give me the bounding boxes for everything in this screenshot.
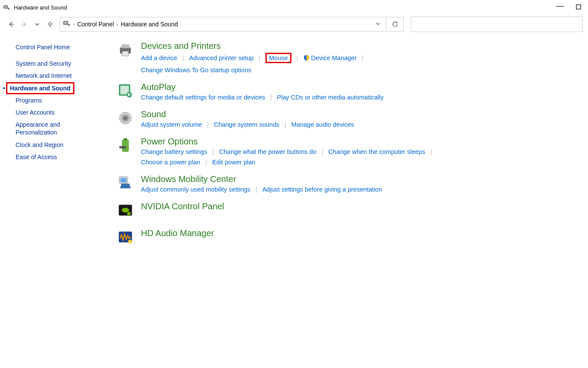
- nvidia-icon: [118, 202, 135, 220]
- link-separator: |: [259, 54, 261, 61]
- link-device-manager-wrap: Device Manager: [303, 54, 357, 61]
- category-nvidia: NVIDIA Control Panel: [118, 202, 579, 220]
- link-play-cds[interactable]: Play CDs or other media automatically: [277, 94, 384, 101]
- printer-icon: [118, 42, 135, 59]
- highlight-mouse-link: Mouse: [265, 53, 291, 63]
- category-title[interactable]: HD Audio Manager: [141, 228, 579, 238]
- svg-rect-3: [576, 5, 581, 9]
- svg-rect-7: [64, 22, 67, 24]
- category-mobility: Windows Mobility Center Adjust commonly …: [118, 174, 579, 193]
- category-autoplay: AutoPlay Change default settings for med…: [118, 82, 579, 101]
- category-devices-printers: Devices and Printers Add a device | Adva…: [118, 41, 579, 74]
- sidebar: Control Panel Home System and Security N…: [0, 41, 104, 255]
- back-button[interactable]: [5, 18, 17, 30]
- forward-button[interactable]: [18, 18, 30, 30]
- link-windows-to-go[interactable]: Change Windows To Go startup options: [141, 67, 251, 74]
- link-mouse[interactable]: Mouse: [269, 54, 288, 61]
- link-manage-audio[interactable]: Manage audio devices: [291, 121, 354, 128]
- svg-point-17: [124, 116, 127, 119]
- sidebar-item-ease-of-access[interactable]: Ease of Access: [16, 151, 98, 163]
- sidebar-item-hardware-sound[interactable]: Hardware and Sound: [10, 84, 70, 92]
- mobility-icon: [118, 175, 135, 192]
- svg-point-21: [119, 147, 121, 148]
- breadcrumb-current[interactable]: Hardware and Sound: [121, 21, 178, 28]
- category-sound: Sound Adjust system volume | Change syst…: [118, 109, 579, 128]
- svg-rect-11: [122, 51, 128, 56]
- up-button[interactable]: [44, 18, 56, 30]
- category-title[interactable]: AutoPlay: [141, 82, 579, 92]
- svg-rect-19: [124, 138, 127, 141]
- link-choose-plan[interactable]: Choose a power plan: [141, 159, 200, 166]
- category-hdaudio: HD Audio Manager: [118, 228, 579, 246]
- category-title[interactable]: NVIDIA Control Panel: [141, 202, 579, 211]
- link-separator: |: [322, 148, 323, 155]
- category-title[interactable]: Devices and Printers: [141, 41, 579, 51]
- window-title: Hardware and Sound: [14, 4, 67, 11]
- link-adjust-volume[interactable]: Adjust system volume: [141, 121, 202, 128]
- svg-point-27: [128, 240, 132, 243]
- app-icon: [3, 3, 10, 11]
- maximize-button[interactable]: [576, 4, 581, 11]
- category-title[interactable]: Windows Mobility Center: [141, 174, 579, 184]
- link-separator: |: [284, 121, 286, 128]
- svg-point-8: [68, 24, 70, 26]
- chevron-right-icon[interactable]: ›: [70, 22, 77, 27]
- link-power-buttons[interactable]: Change what the power buttons do: [219, 148, 316, 155]
- link-separator: |: [256, 186, 257, 193]
- link-separator: |: [207, 121, 209, 128]
- link-battery-settings[interactable]: Change battery settings: [141, 148, 207, 155]
- window-controls: —: [556, 3, 585, 12]
- autoplay-icon: [118, 83, 135, 100]
- sidebar-item-appearance[interactable]: Appearance and Personalization: [16, 118, 98, 138]
- link-separator: |: [430, 148, 432, 155]
- link-change-sounds[interactable]: Change system sounds: [214, 121, 280, 128]
- link-advanced-printer-setup[interactable]: Advanced printer setup: [189, 54, 253, 61]
- content-body: Control Panel Home System and Security N…: [0, 33, 588, 255]
- search-input[interactable]: [411, 16, 583, 32]
- svg-rect-18: [122, 140, 128, 151]
- minimize-button[interactable]: —: [556, 1, 564, 10]
- sidebar-item-programs[interactable]: Programs: [16, 94, 98, 106]
- svg-rect-10: [121, 44, 129, 48]
- link-separator: |: [205, 159, 207, 166]
- link-separator: |: [297, 54, 298, 61]
- sidebar-item-system-security[interactable]: System and Security: [16, 58, 98, 70]
- link-separator: |: [182, 54, 184, 61]
- link-separator: |: [270, 94, 272, 101]
- breadcrumb-root[interactable]: Control Panel: [77, 21, 114, 28]
- address-bar[interactable]: › Control Panel › Hardware and Sound: [60, 17, 386, 32]
- link-edit-plan[interactable]: Edit power plan: [212, 159, 256, 166]
- svg-point-25: [127, 212, 131, 216]
- sidebar-item-clock-region[interactable]: Clock and Region: [16, 139, 98, 151]
- link-mobility-settings[interactable]: Adjust commonly used mobility settings: [141, 186, 250, 193]
- chevron-down-icon[interactable]: [373, 21, 383, 27]
- sidebar-item-user-accounts[interactable]: User Accounts: [16, 106, 98, 118]
- speaker-icon: [118, 110, 135, 128]
- link-presentation-settings[interactable]: Adjust settings before giving a presenta…: [262, 186, 382, 193]
- title-bar: Hardware and Sound —: [0, 0, 588, 15]
- category-title[interactable]: Power Options: [141, 137, 579, 147]
- svg-rect-23: [120, 178, 126, 182]
- hdaudio-icon: [118, 229, 135, 246]
- link-separator: |: [212, 148, 214, 155]
- svg-rect-1: [4, 6, 7, 8]
- link-autoplay-defaults[interactable]: Change default settings for media or dev…: [141, 94, 265, 101]
- shield-icon: [303, 54, 310, 61]
- chevron-right-icon[interactable]: ›: [114, 22, 121, 27]
- link-add-device[interactable]: Add a device: [141, 54, 177, 61]
- category-power: Power Options Change battery settings | …: [118, 137, 579, 166]
- battery-icon: [118, 138, 135, 155]
- category-title[interactable]: Sound: [141, 109, 579, 119]
- address-icon: [63, 19, 70, 29]
- main-content: Devices and Printers Add a device | Adva…: [104, 41, 588, 255]
- recent-dropdown[interactable]: [31, 18, 43, 30]
- sidebar-item-network-internet[interactable]: Network and Internet: [16, 70, 98, 82]
- link-separator: |: [362, 54, 364, 61]
- link-device-manager[interactable]: Device Manager: [311, 54, 357, 61]
- highlight-sidebar-active: Hardware and Sound: [6, 82, 74, 94]
- sidebar-home[interactable]: Control Panel Home: [16, 41, 98, 53]
- svg-point-2: [8, 8, 10, 10]
- nav-bar: › Control Panel › Hardware and Sound: [0, 15, 588, 33]
- refresh-button[interactable]: [387, 17, 404, 32]
- link-computer-sleep[interactable]: Change when the computer sleeps: [328, 148, 425, 155]
